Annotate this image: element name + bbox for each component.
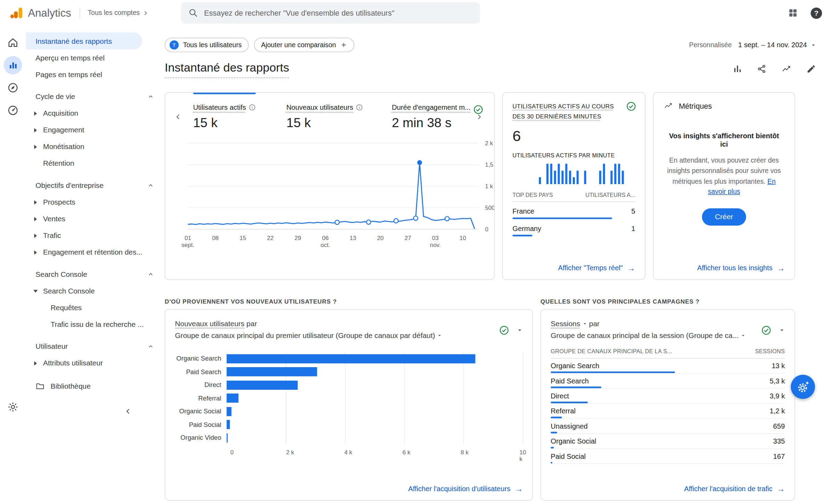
channel-label: Direct bbox=[175, 379, 221, 392]
minute-bar bbox=[611, 171, 613, 184]
add-comparison-chip[interactable]: Ajouter une comparaison bbox=[254, 38, 354, 52]
nav-item-search-console[interactable]: Search Console bbox=[26, 283, 160, 299]
sessions-table-row: Paid Social 167 bbox=[551, 449, 785, 464]
advertising-icon[interactable] bbox=[4, 101, 22, 119]
svg-text:01: 01 bbox=[184, 235, 191, 241]
campaigns-section-title: QUELLES SONT VOS PRINCIPALES CAMPAGNES ? bbox=[540, 298, 700, 305]
chevron-up-icon bbox=[148, 271, 154, 278]
nav-item-trafic-recherche[interactable]: Trafic issu de la recherche ... bbox=[26, 316, 160, 333]
collapse-nav-button[interactable] bbox=[124, 407, 132, 417]
svg-text:29: 29 bbox=[295, 235, 301, 241]
ai-settings-fab[interactable] bbox=[791, 375, 815, 399]
insights-card: Métriques Vos insights s'afficheront bie… bbox=[653, 92, 795, 280]
nav-section-user[interactable]: Utilisateur bbox=[26, 338, 160, 355]
sessions-col-header: SESSIONS bbox=[755, 348, 785, 355]
help-icon[interactable]: ? bbox=[811, 7, 822, 19]
analytics-logo-icon[interactable] bbox=[10, 6, 24, 20]
account-switcher[interactable]: Tous les comptes bbox=[88, 9, 149, 17]
create-insight-button[interactable]: Créer bbox=[702, 208, 746, 225]
sessions-table-row: Paid Search 5,3 k bbox=[551, 374, 785, 389]
channel-label: Paid Social bbox=[175, 418, 221, 431]
dimension-name[interactable]: Groupe de canaux principal du premier ut… bbox=[175, 331, 435, 339]
chart-options-caret[interactable] bbox=[517, 327, 523, 333]
realtime-per-minute-label: UTILISATEURS ACTIFS PAR MINUTE bbox=[513, 151, 635, 158]
data-quality-check-icon[interactable] bbox=[626, 101, 636, 111]
info-icon[interactable] bbox=[249, 104, 256, 111]
info-icon[interactable] bbox=[356, 104, 363, 111]
nav-item-user-attributes[interactable]: Attributs utilisateur bbox=[26, 355, 160, 371]
nav-item-retention[interactable]: Rétention bbox=[26, 155, 160, 172]
metric-name[interactable]: Sessions bbox=[551, 320, 580, 328]
svg-text:15: 15 bbox=[240, 235, 246, 241]
channel-label: Organic Social bbox=[175, 405, 221, 418]
data-quality-check-icon[interactable] bbox=[499, 325, 509, 335]
nav-item-realtime-overview[interactable]: Aperçu en temps réel bbox=[26, 50, 142, 66]
share-icon[interactable] bbox=[757, 64, 767, 74]
chevron-up-icon bbox=[148, 182, 154, 189]
nav-item-prospects[interactable]: Prospects bbox=[26, 194, 160, 210]
sessions-table-row: Direct 3,9 k bbox=[551, 389, 785, 404]
caret-down-icon[interactable] bbox=[437, 331, 442, 339]
nav-item-realtime-pages[interactable]: Pages en temps réel bbox=[26, 66, 142, 83]
view-user-acquisition-link[interactable]: Afficher l'acquisition d'utilisateurs→ bbox=[408, 485, 523, 493]
view-all-insights-link[interactable]: Afficher tous les insights→ bbox=[697, 264, 785, 272]
metric-name[interactable]: Nouveaux utilisateurs bbox=[175, 320, 245, 328]
reports-icon[interactable] bbox=[4, 56, 22, 74]
dimension-name[interactable]: Groupe de canaux principal de la session… bbox=[551, 331, 739, 339]
chart-options-caret[interactable] bbox=[779, 327, 785, 333]
caret-down-icon[interactable] bbox=[582, 320, 587, 328]
search-input[interactable] bbox=[204, 9, 472, 17]
sessions-table-row: Organic Search 13 k bbox=[551, 359, 785, 374]
nav-item-acquisition[interactable]: Acquisition bbox=[26, 105, 160, 122]
metric-tab-engagement-time[interactable]: Durée d'engagement m... 2 min 38 s bbox=[392, 104, 472, 130]
audience-chip[interactable]: T Tous les utilisateurs bbox=[165, 38, 249, 52]
minute-bar bbox=[603, 163, 605, 184]
chart-compare-icon[interactable] bbox=[732, 64, 742, 74]
insights-body: En attendant, vous pouvez créer des insi… bbox=[667, 156, 782, 197]
active-tab-indicator bbox=[193, 93, 256, 94]
report-nav: Instantané des rapports Aperçu en temps … bbox=[26, 26, 160, 504]
data-quality-check-icon[interactable] bbox=[761, 325, 771, 335]
view-traffic-acquisition-link[interactable]: Afficher l'acquisition de trafic→ bbox=[684, 485, 785, 493]
apps-grid-icon[interactable] bbox=[788, 8, 798, 18]
nav-item-engagement[interactable]: Engagement bbox=[26, 122, 160, 138]
date-range-picker[interactable]: 1 sept. – 14 nov. 2024 bbox=[738, 41, 816, 49]
nav-section-business-objectives[interactable]: Objectifs d'entreprise bbox=[26, 177, 160, 194]
folder-icon bbox=[35, 382, 44, 391]
nav-item-monetisation[interactable]: Monétisation bbox=[26, 138, 160, 155]
nav-section-search-console[interactable]: Search Console bbox=[26, 266, 160, 283]
data-quality-check-icon[interactable] bbox=[473, 105, 483, 115]
nav-item-ventes[interactable]: Ventes bbox=[26, 210, 160, 227]
edit-pencil-icon[interactable] bbox=[806, 64, 816, 74]
nav-item-trafic[interactable]: Trafic bbox=[26, 227, 160, 244]
carousel-prev-button[interactable] bbox=[171, 109, 185, 124]
nav-item-engagement-retention[interactable]: Engagement et rétention des... bbox=[26, 244, 160, 261]
chevron-up-icon bbox=[148, 343, 154, 350]
nav-section-lifecycle[interactable]: Cycle de vie bbox=[26, 88, 160, 105]
topbar: Analytics Tous les comptes ? bbox=[0, 0, 836, 26]
expand-arrow-icon bbox=[33, 144, 38, 149]
home-icon[interactable] bbox=[4, 33, 22, 52]
insights-icon[interactable] bbox=[781, 64, 792, 74]
search-bar[interactable] bbox=[181, 2, 480, 24]
settings-gear-icon[interactable] bbox=[7, 401, 19, 415]
svg-text:0: 0 bbox=[485, 226, 488, 233]
svg-text:oct.: oct. bbox=[321, 242, 330, 248]
active-users-line-chart: 2 k1,5 k1 k500001sept.0815222906oct.1320… bbox=[179, 138, 494, 252]
expand-arrow-icon bbox=[33, 233, 38, 238]
explore-icon[interactable] bbox=[4, 79, 22, 97]
acquisition-section-title: D'OÙ PROVIENNENT VOS NOUVEAUX UTILISATEU… bbox=[165, 298, 337, 305]
minute-bar bbox=[569, 171, 571, 184]
view-realtime-link[interactable]: Afficher "Temps réel"→ bbox=[558, 264, 635, 272]
nav-item-library[interactable]: Bibliothèque bbox=[26, 378, 160, 395]
channel-label: Paid Search bbox=[175, 365, 221, 379]
nav-item-snapshot[interactable]: Instantané des rapports bbox=[26, 32, 142, 50]
channel-bar bbox=[227, 367, 317, 377]
nav-item-requetes[interactable]: Requêtes bbox=[26, 299, 160, 316]
metric-tab-active-users[interactable]: Utilisateurs actifs 15 k bbox=[193, 104, 279, 130]
caret-down-icon[interactable] bbox=[740, 331, 745, 339]
card-title: Nouveaux utilisateurs par Groupe de cana… bbox=[175, 318, 442, 341]
summary-cards-row: Utilisateurs actifs 15 k Nouveaux utilis… bbox=[165, 92, 795, 280]
svg-text:03: 03 bbox=[432, 235, 439, 241]
metric-tab-new-users[interactable]: Nouveaux utilisateurs 15 k bbox=[286, 104, 384, 130]
